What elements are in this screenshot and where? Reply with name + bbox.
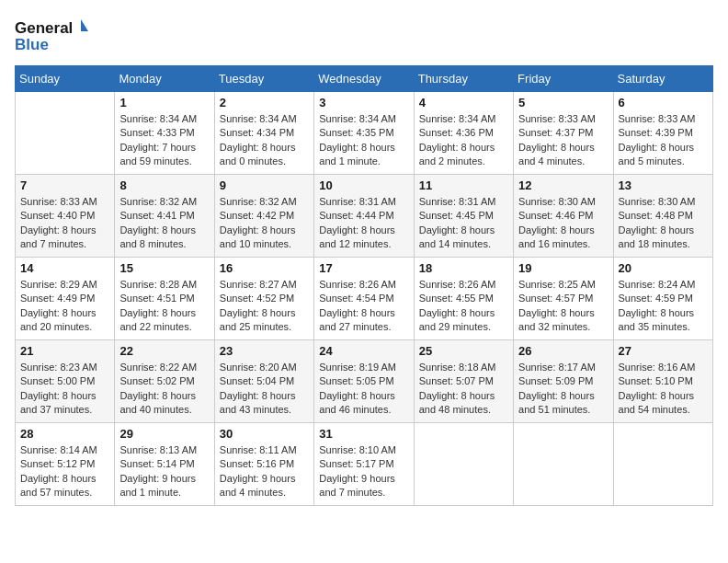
day-number: 7 <box>20 178 109 192</box>
column-header-sunday: Sunday <box>16 66 115 92</box>
week-row-5: 28Sunrise: 8:14 AMSunset: 5:12 PMDayligh… <box>16 423 713 506</box>
day-cell: 30Sunrise: 8:11 AMSunset: 5:16 PMDayligh… <box>214 423 313 506</box>
day-number: 8 <box>119 178 209 192</box>
day-info: Sunrise: 8:18 AMSunset: 5:07 PMDaylight:… <box>419 361 508 418</box>
day-number: 9 <box>220 178 309 192</box>
svg-text:General: General <box>15 19 73 37</box>
day-number: 24 <box>319 344 408 358</box>
day-cell: 12Sunrise: 8:30 AMSunset: 4:46 PMDayligh… <box>514 175 613 258</box>
page-header: General Blue <box>15 15 713 56</box>
day-cell: 22Sunrise: 8:22 AMSunset: 5:02 PMDayligh… <box>115 340 214 423</box>
week-row-3: 14Sunrise: 8:29 AMSunset: 4:49 PMDayligh… <box>16 258 713 340</box>
column-header-tuesday: Tuesday <box>214 66 313 92</box>
day-cell: 3Sunrise: 8:34 AMSunset: 4:35 PMDaylight… <box>314 92 414 175</box>
day-cell: 19Sunrise: 8:25 AMSunset: 4:57 PMDayligh… <box>514 258 613 340</box>
day-cell: 9Sunrise: 8:32 AMSunset: 4:42 PMDaylight… <box>214 175 313 258</box>
day-info: Sunrise: 8:31 AMSunset: 4:45 PMDaylight:… <box>419 195 508 252</box>
day-info: Sunrise: 8:27 AMSunset: 4:52 PMDaylight:… <box>220 278 309 335</box>
day-info: Sunrise: 8:11 AMSunset: 5:16 PMDaylight:… <box>220 443 309 500</box>
day-cell: 8Sunrise: 8:32 AMSunset: 4:41 PMDaylight… <box>115 175 214 258</box>
day-cell: 15Sunrise: 8:28 AMSunset: 4:51 PMDayligh… <box>115 258 214 340</box>
day-number: 12 <box>518 178 608 192</box>
day-info: Sunrise: 8:30 AMSunset: 4:48 PMDaylight:… <box>619 195 708 252</box>
day-info: Sunrise: 8:33 AMSunset: 4:37 PMDaylight:… <box>518 112 608 169</box>
day-number: 19 <box>518 261 608 275</box>
week-row-4: 21Sunrise: 8:23 AMSunset: 5:00 PMDayligh… <box>16 340 713 423</box>
svg-marker-2 <box>81 19 88 31</box>
day-info: Sunrise: 8:10 AMSunset: 5:17 PMDaylight:… <box>319 443 408 500</box>
day-number: 5 <box>518 96 608 109</box>
day-info: Sunrise: 8:30 AMSunset: 4:46 PMDaylight:… <box>518 195 608 252</box>
day-info: Sunrise: 8:32 AMSunset: 4:41 PMDaylight:… <box>119 195 209 252</box>
day-info: Sunrise: 8:26 AMSunset: 4:55 PMDaylight:… <box>419 278 508 335</box>
logo: General Blue <box>15 15 88 56</box>
column-headers: SundayMondayTuesdayWednesdayThursdayFrid… <box>16 66 713 92</box>
day-cell <box>613 423 712 506</box>
day-number: 20 <box>619 261 708 275</box>
day-info: Sunrise: 8:25 AMSunset: 4:57 PMDaylight:… <box>518 278 608 335</box>
day-info: Sunrise: 8:34 AMSunset: 4:34 PMDaylight:… <box>220 112 309 169</box>
day-cell: 25Sunrise: 8:18 AMSunset: 5:07 PMDayligh… <box>414 340 513 423</box>
day-cell: 24Sunrise: 8:19 AMSunset: 5:05 PMDayligh… <box>314 340 414 423</box>
day-number: 29 <box>119 427 209 441</box>
day-info: Sunrise: 8:14 AMSunset: 5:12 PMDaylight:… <box>20 443 109 500</box>
day-info: Sunrise: 8:16 AMSunset: 5:10 PMDaylight:… <box>619 361 708 418</box>
day-info: Sunrise: 8:17 AMSunset: 5:09 PMDaylight:… <box>518 361 608 418</box>
day-info: Sunrise: 8:20 AMSunset: 5:04 PMDaylight:… <box>220 361 309 418</box>
day-number: 17 <box>319 261 408 275</box>
day-info: Sunrise: 8:33 AMSunset: 4:39 PMDaylight:… <box>619 112 708 169</box>
day-number: 3 <box>319 96 408 109</box>
day-info: Sunrise: 8:26 AMSunset: 4:54 PMDaylight:… <box>319 278 408 335</box>
day-cell: 28Sunrise: 8:14 AMSunset: 5:12 PMDayligh… <box>16 423 115 506</box>
day-cell: 18Sunrise: 8:26 AMSunset: 4:55 PMDayligh… <box>414 258 513 340</box>
day-cell: 27Sunrise: 8:16 AMSunset: 5:10 PMDayligh… <box>613 340 712 423</box>
day-cell: 21Sunrise: 8:23 AMSunset: 5:00 PMDayligh… <box>16 340 115 423</box>
column-header-saturday: Saturday <box>613 66 712 92</box>
day-number: 10 <box>319 178 408 192</box>
logo-svg: General Blue <box>15 15 88 56</box>
day-cell: 23Sunrise: 8:20 AMSunset: 5:04 PMDayligh… <box>214 340 313 423</box>
day-info: Sunrise: 8:34 AMSunset: 4:36 PMDaylight:… <box>419 112 508 169</box>
day-number: 22 <box>119 344 209 358</box>
day-info: Sunrise: 8:33 AMSunset: 4:40 PMDaylight:… <box>20 195 109 252</box>
day-cell <box>414 423 513 506</box>
day-number: 21 <box>20 344 109 358</box>
day-info: Sunrise: 8:23 AMSunset: 5:00 PMDaylight:… <box>20 361 109 418</box>
svg-text:Blue: Blue <box>15 36 49 53</box>
day-cell: 26Sunrise: 8:17 AMSunset: 5:09 PMDayligh… <box>514 340 613 423</box>
column-header-wednesday: Wednesday <box>314 66 414 92</box>
day-info: Sunrise: 8:13 AMSunset: 5:14 PMDaylight:… <box>119 443 209 500</box>
day-number: 2 <box>220 96 309 109</box>
day-cell: 14Sunrise: 8:29 AMSunset: 4:49 PMDayligh… <box>16 258 115 340</box>
day-cell: 6Sunrise: 8:33 AMSunset: 4:39 PMDaylight… <box>613 92 712 175</box>
day-cell: 2Sunrise: 8:34 AMSunset: 4:34 PMDaylight… <box>214 92 313 175</box>
day-number: 4 <box>419 96 508 109</box>
day-cell <box>16 92 115 175</box>
day-info: Sunrise: 8:19 AMSunset: 5:05 PMDaylight:… <box>319 361 408 418</box>
day-number: 13 <box>619 178 708 192</box>
column-header-monday: Monday <box>115 66 214 92</box>
day-cell: 1Sunrise: 8:34 AMSunset: 4:33 PMDaylight… <box>115 92 214 175</box>
day-number: 14 <box>20 261 109 275</box>
day-cell: 10Sunrise: 8:31 AMSunset: 4:44 PMDayligh… <box>314 175 414 258</box>
day-cell: 16Sunrise: 8:27 AMSunset: 4:52 PMDayligh… <box>214 258 313 340</box>
day-number: 31 <box>319 427 408 441</box>
day-number: 25 <box>419 344 508 358</box>
day-cell: 29Sunrise: 8:13 AMSunset: 5:14 PMDayligh… <box>115 423 214 506</box>
day-info: Sunrise: 8:28 AMSunset: 4:51 PMDaylight:… <box>119 278 209 335</box>
day-info: Sunrise: 8:34 AMSunset: 4:33 PMDaylight:… <box>119 112 209 169</box>
day-number: 11 <box>419 178 508 192</box>
day-cell: 7Sunrise: 8:33 AMSunset: 4:40 PMDaylight… <box>16 175 115 258</box>
day-info: Sunrise: 8:29 AMSunset: 4:49 PMDaylight:… <box>20 278 109 335</box>
day-cell: 11Sunrise: 8:31 AMSunset: 4:45 PMDayligh… <box>414 175 513 258</box>
day-info: Sunrise: 8:31 AMSunset: 4:44 PMDaylight:… <box>319 195 408 252</box>
day-cell: 4Sunrise: 8:34 AMSunset: 4:36 PMDaylight… <box>414 92 513 175</box>
day-number: 27 <box>619 344 708 358</box>
calendar-table: SundayMondayTuesdayWednesdayThursdayFrid… <box>15 65 713 506</box>
column-header-friday: Friday <box>514 66 613 92</box>
day-cell: 31Sunrise: 8:10 AMSunset: 5:17 PMDayligh… <box>314 423 414 506</box>
day-info: Sunrise: 8:24 AMSunset: 4:59 PMDaylight:… <box>619 278 708 335</box>
day-number: 1 <box>119 96 209 109</box>
day-cell: 20Sunrise: 8:24 AMSunset: 4:59 PMDayligh… <box>613 258 712 340</box>
day-number: 6 <box>619 96 708 109</box>
